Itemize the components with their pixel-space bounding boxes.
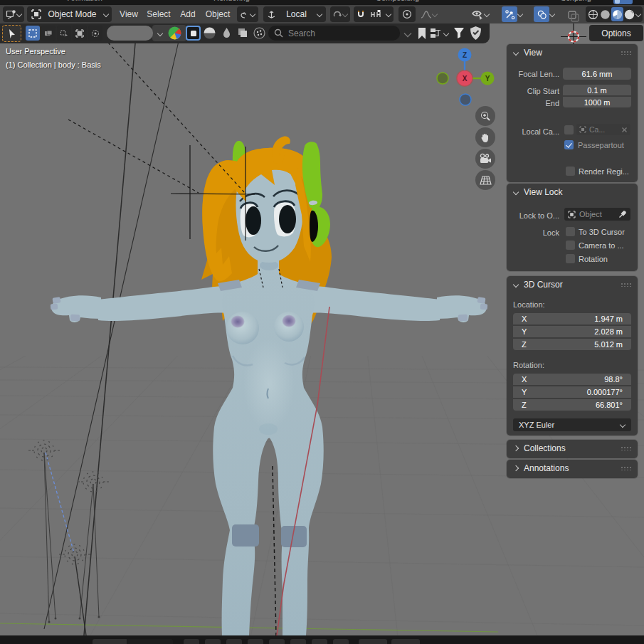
- eyedropper-icon[interactable]: [618, 210, 627, 218]
- panel-view-header[interactable]: View: [507, 44, 638, 61]
- panel-3d-cursor-header[interactable]: 3D Cursor: [507, 276, 638, 293]
- cursor-rot-z[interactable]: Z66.801°: [513, 399, 631, 411]
- gizmo-toggle-button[interactable]: [502, 6, 517, 22]
- proportional-icon: [402, 9, 412, 19]
- bookmark-icon[interactable]: [417, 27, 427, 40]
- shield-check-icon[interactable]: [469, 26, 482, 41]
- clip-start-field[interactable]: 0.1 m: [563, 85, 631, 95]
- menu-object[interactable]: Object: [202, 6, 233, 22]
- tab-rendering[interactable]: Rendering: [213, 0, 250, 2]
- select-mode-circle[interactable]: [57, 26, 71, 41]
- tab-animation[interactable]: Animation: [68, 0, 102, 2]
- menu-view[interactable]: View: [117, 6, 141, 22]
- frame-field[interactable]: [359, 639, 387, 644]
- zoom-button[interactable]: [475, 106, 495, 126]
- rotation-order-dropdown[interactable]: XYZ Euler: [513, 418, 631, 431]
- overlays-group[interactable]: [532, 6, 559, 22]
- camera-to-view-checkbox[interactable]: [566, 241, 575, 250]
- filter-icon[interactable]: [453, 26, 465, 40]
- transform-orientation-button[interactable]: [237, 6, 258, 22]
- snap-increment-button[interactable]: [330, 6, 350, 22]
- panel-grip[interactable]: [621, 283, 632, 287]
- panel-grip[interactable]: [621, 51, 632, 55]
- jump-end-button[interactable]: [290, 639, 306, 644]
- lock-rotation-checkbox[interactable]: [566, 254, 575, 263]
- tab-compositing[interactable]: Compositing: [376, 0, 419, 2]
- svg-text:Y: Y: [485, 75, 490, 83]
- panel-grip[interactable]: [621, 466, 632, 470]
- empty-objects[interactable]: [28, 440, 109, 564]
- gizmo-toggle-group[interactable]: [500, 6, 527, 22]
- timeline-widget[interactable]: [93, 639, 127, 644]
- snap-group[interactable]: [354, 6, 394, 22]
- close-icon[interactable]: [621, 127, 628, 133]
- xray-toggle-icon[interactable]: [567, 10, 580, 23]
- collection-hierarchy-icon[interactable]: [430, 27, 444, 40]
- shading-solid-icon: [600, 9, 611, 20]
- menu-add[interactable]: Add: [177, 6, 199, 22]
- active-tool-button[interactable]: [2, 25, 21, 42]
- panel-view-lock-header[interactable]: View Lock: [507, 184, 638, 201]
- mode-dropdown[interactable]: Object Mode: [27, 6, 112, 22]
- cursor-rot-y[interactable]: Y0.000177°: [513, 386, 631, 398]
- panel-collections[interactable]: Collections: [507, 440, 638, 458]
- search-box[interactable]: Search: [268, 26, 400, 41]
- matcap-icon[interactable]: [203, 26, 216, 40]
- falloff-button[interactable]: [418, 6, 447, 22]
- material-ball-icon[interactable]: [167, 26, 182, 41]
- local-camera-checkbox[interactable]: [564, 125, 574, 134]
- orientation-dropdown[interactable]: Local: [263, 6, 326, 22]
- lock-to-object-field[interactable]: Object: [564, 208, 630, 221]
- panel-annotations[interactable]: Annotations: [507, 460, 638, 478]
- layers-icon[interactable]: [236, 26, 250, 40]
- cursor-loc-y[interactable]: Y2.028 m: [513, 326, 631, 337]
- tool-options-pill[interactable]: [107, 26, 153, 41]
- nav-gizmo[interactable]: Z Y X: [437, 48, 495, 106]
- frame-field[interactable]: [391, 639, 420, 644]
- shading-wireframe-button[interactable]: [587, 7, 599, 21]
- passepartout-checkbox[interactable]: [564, 140, 574, 149]
- proportional-edit-button[interactable]: [398, 6, 416, 22]
- options-button[interactable]: Options: [589, 25, 643, 41]
- timeline-button[interactable]: [312, 639, 327, 644]
- clip-end-field[interactable]: 1000 m: [563, 97, 631, 107]
- chevron-down-icon: [317, 11, 322, 17]
- timeline-button[interactable]: [333, 639, 349, 644]
- ortho-toggle-button[interactable]: [475, 170, 495, 190]
- lock-3d-cursor-checkbox[interactable]: [566, 227, 575, 236]
- local-camera-field[interactable]: Ca...: [576, 124, 630, 135]
- cursor-loc-z[interactable]: Z5.012 m: [513, 339, 631, 350]
- panel-grip[interactable]: [621, 446, 632, 450]
- select-mode-lasso[interactable]: [73, 26, 87, 41]
- menu-select[interactable]: Select: [144, 6, 173, 22]
- select-mode-tweak[interactable]: [26, 26, 40, 41]
- play-button[interactable]: [248, 639, 263, 644]
- overlays-toggle-button[interactable]: [534, 6, 549, 22]
- cursor-loc-x[interactable]: X1.947 m: [513, 313, 631, 324]
- chevron-down-icon[interactable]: [443, 31, 449, 36]
- timeline-widget[interactable]: [127, 639, 173, 644]
- focal-length-field[interactable]: 61.6 mm: [563, 68, 631, 80]
- next-keyframe-button[interactable]: [269, 639, 285, 644]
- shading-material-button[interactable]: [611, 7, 624, 21]
- viewport-3d[interactable]: Z Y X: [0, 23, 644, 635]
- camera-view-button[interactable]: [475, 149, 495, 169]
- chevron-down-icon[interactable]: [157, 31, 163, 36]
- select-mode-paint[interactable]: [88, 26, 102, 41]
- shading-rendered-button[interactable]: [623, 7, 635, 21]
- tab-scripting[interactable]: Scripting: [561, 0, 591, 2]
- visibility-button[interactable]: [470, 6, 498, 22]
- particles-icon[interactable]: [253, 26, 266, 40]
- chevron-down-icon[interactable]: [404, 30, 411, 37]
- select-mode-box[interactable]: [41, 26, 56, 41]
- jump-start-button[interactable]: [184, 639, 199, 644]
- prev-keyframe-button[interactable]: [205, 639, 221, 644]
- cursor-rot-x[interactable]: X98.8°: [513, 374, 631, 385]
- pan-button[interactable]: [475, 127, 495, 147]
- shading-solid-button[interactable]: [599, 7, 611, 21]
- play-reverse-button[interactable]: [226, 639, 242, 644]
- render-region-checkbox[interactable]: [566, 167, 575, 176]
- texture-slot-icon[interactable]: [186, 26, 201, 41]
- brush-icon[interactable]: [220, 26, 233, 40]
- editor-type-button[interactable]: [3, 6, 24, 22]
